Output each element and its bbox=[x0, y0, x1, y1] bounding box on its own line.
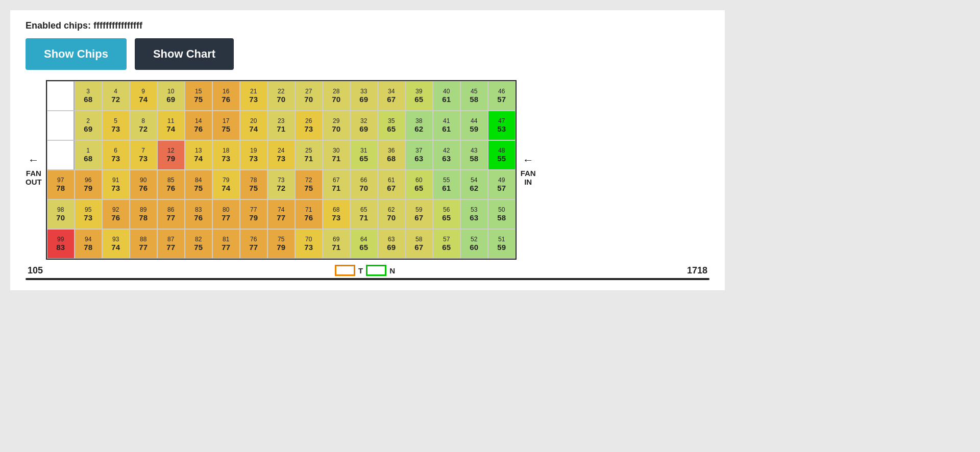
chip-number: 62 bbox=[388, 206, 395, 213]
chip-number: 64 bbox=[360, 236, 367, 243]
chip-value: 77 bbox=[166, 243, 175, 252]
chip-cell: 7875 bbox=[240, 170, 267, 199]
chip-number: 76 bbox=[250, 236, 257, 243]
chip-cell: 1174 bbox=[157, 111, 185, 140]
chip-cell: 4459 bbox=[460, 111, 488, 140]
chip-number: 75 bbox=[278, 236, 284, 243]
chip-value: 57 bbox=[497, 95, 506, 104]
chip-value: 78 bbox=[84, 243, 92, 252]
chip-number: 58 bbox=[415, 236, 422, 243]
chip-cell: 9173 bbox=[102, 170, 130, 199]
chip-number: 45 bbox=[471, 88, 477, 95]
chip-value: 73 bbox=[111, 154, 120, 163]
chip-cell: 6571 bbox=[350, 199, 378, 229]
chip-value: 76 bbox=[304, 213, 313, 222]
chip-number: 18 bbox=[223, 147, 229, 154]
chip-number: 72 bbox=[305, 177, 312, 184]
chip-number: 73 bbox=[278, 177, 284, 184]
chip-value: 72 bbox=[139, 124, 148, 134]
chip-value: 61 bbox=[442, 95, 451, 104]
chip-cell: 8077 bbox=[212, 199, 240, 229]
chip-value: 60 bbox=[470, 243, 478, 252]
chip-number: 25 bbox=[305, 147, 312, 154]
chip-number: 44 bbox=[471, 117, 477, 124]
chip-value: 68 bbox=[387, 154, 396, 163]
chip-cell: 3763 bbox=[405, 140, 433, 170]
fan-in-label: FANIN bbox=[521, 169, 536, 186]
chip-cell: 1476 bbox=[185, 111, 212, 140]
chip-value: 65 bbox=[387, 124, 396, 134]
chip-value: 71 bbox=[332, 154, 340, 163]
show-chips-button[interactable]: Show Chips bbox=[26, 38, 127, 70]
chip-cell: 573 bbox=[102, 111, 130, 140]
chip-cell: 8777 bbox=[157, 229, 185, 259]
chip-number: 71 bbox=[305, 206, 312, 213]
bottom-right-num: 1718 bbox=[687, 265, 707, 276]
chip-number: 87 bbox=[167, 236, 174, 243]
chip-value: 74 bbox=[222, 184, 230, 193]
chip-cell: 8376 bbox=[185, 199, 212, 229]
chip-cell: 1374 bbox=[185, 140, 212, 170]
chip-value: 69 bbox=[84, 124, 92, 134]
chip-cell: 4855 bbox=[488, 140, 516, 170]
enabled-chips-label: Enabled chips: bbox=[26, 20, 91, 31]
chip-value: 70 bbox=[56, 213, 65, 222]
chip-cell: 3565 bbox=[378, 111, 405, 140]
chip-number: 28 bbox=[333, 88, 339, 95]
chip-cell: 8177 bbox=[212, 229, 240, 259]
chip-value: 71 bbox=[277, 124, 285, 134]
chip-value: 65 bbox=[359, 154, 368, 163]
chip-cell: 2473 bbox=[267, 140, 295, 170]
chip-cell: 9276 bbox=[102, 199, 130, 229]
chip-number: 36 bbox=[388, 147, 395, 154]
chip-value: 74 bbox=[111, 243, 120, 252]
chip-cell: 4957 bbox=[488, 170, 516, 199]
chip-cell: 5765 bbox=[433, 229, 460, 259]
chip-number: 17 bbox=[223, 117, 229, 124]
fan-in-arrow: ← bbox=[523, 154, 534, 167]
chip-cell: 1676 bbox=[212, 81, 240, 111]
show-chart-button[interactable]: Show Chart bbox=[135, 38, 234, 70]
chip-number: 15 bbox=[195, 88, 202, 95]
chip-number: 99 bbox=[57, 236, 64, 243]
chip-cell: 2870 bbox=[323, 81, 350, 111]
chip-value: 62 bbox=[470, 184, 478, 193]
chip-cell: 6771 bbox=[323, 170, 350, 199]
chip-value: 65 bbox=[442, 213, 451, 222]
chip-value: 73 bbox=[139, 154, 148, 163]
chip-value: 71 bbox=[332, 243, 340, 252]
chip-value: 73 bbox=[332, 213, 340, 222]
grid-wrapper: ← FANOUT 3684729741069157516762173227027… bbox=[26, 80, 709, 260]
chip-value: 65 bbox=[442, 243, 451, 252]
chip-number: 35 bbox=[388, 117, 395, 124]
chip-cell: 7779 bbox=[240, 199, 267, 229]
chip-cell: 7073 bbox=[295, 229, 323, 259]
chip-value: 70 bbox=[304, 95, 313, 104]
enabled-chips-value: ffffffffffffffff bbox=[93, 20, 142, 31]
chip-cell: 7974 bbox=[212, 170, 240, 199]
chip-cell: 3165 bbox=[350, 140, 378, 170]
chip-value: 75 bbox=[304, 184, 313, 193]
chip-number: 93 bbox=[112, 236, 119, 243]
chip-number: 22 bbox=[278, 88, 284, 95]
chip-cell: 8877 bbox=[130, 229, 157, 259]
chip-cell: 6167 bbox=[378, 170, 405, 199]
chip-number: 4 bbox=[114, 88, 117, 95]
chip-cell: 7275 bbox=[295, 170, 323, 199]
chip-value: 75 bbox=[194, 95, 203, 104]
chip-cell: 9983 bbox=[47, 229, 75, 259]
legend-t: T bbox=[358, 266, 363, 275]
chip-number: 21 bbox=[250, 88, 257, 95]
chip-number: 90 bbox=[140, 177, 146, 184]
chip-cell: 5159 bbox=[488, 229, 516, 259]
chip-value: 62 bbox=[414, 124, 423, 134]
chip-value: 61 bbox=[442, 184, 451, 193]
chip-number: 52 bbox=[471, 236, 477, 243]
chip-cell: 3965 bbox=[405, 81, 433, 111]
chip-number: 59 bbox=[415, 206, 422, 213]
chip-number: 3 bbox=[86, 88, 90, 95]
chip-number: 19 bbox=[250, 147, 257, 154]
button-row: Show Chips Show Chart bbox=[26, 38, 709, 70]
chip-value: 77 bbox=[139, 243, 148, 252]
chip-value: 71 bbox=[304, 154, 313, 163]
